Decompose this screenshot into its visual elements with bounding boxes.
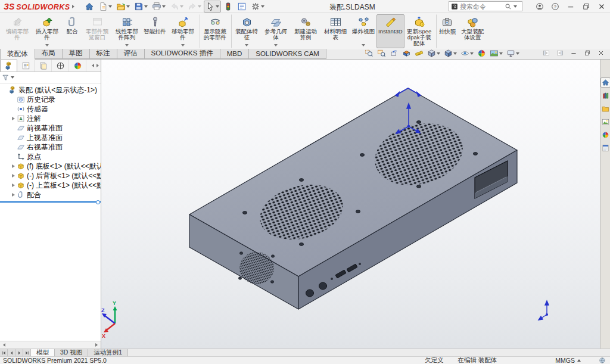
previous-view-button[interactable] [388, 48, 400, 58]
resources-home-button[interactable] [600, 77, 610, 88]
search-input[interactable] [460, 3, 503, 10]
panel-scroll-left-icon[interactable] [92, 64, 94, 67]
print-button[interactable] [150, 1, 167, 13]
save-button[interactable] [132, 1, 150, 13]
dropdown-caret[interactable] [45, 44, 49, 46]
displaymanager-tab[interactable] [69, 60, 86, 71]
globe-icon[interactable] [599, 357, 606, 364]
graphics-viewport[interactable]: Y Z X [101, 60, 600, 349]
zoom-to-area-button[interactable] [376, 48, 387, 58]
tree-history[interactable]: 历史记录 [0, 95, 101, 104]
move-component-button[interactable]: 移动零部件 [168, 14, 198, 48]
collapse-left-pane-button[interactable] [541, 48, 552, 58]
tree-front-plane[interactable]: 前视基准面 [0, 123, 101, 133]
dropdown-caret[interactable] [162, 5, 166, 8]
dropdown-caret[interactable] [499, 52, 503, 55]
view-orientation-button[interactable] [426, 48, 441, 58]
filter-dropdown-caret[interactable] [11, 76, 14, 79]
new-motion-study-button[interactable]: 新建运动算例 [291, 14, 320, 48]
take-snapshot-button[interactable]: 拍快照 [436, 14, 458, 48]
tree-scroll-right-button[interactable] [92, 341, 101, 349]
tree-top-plane[interactable]: 上视基准面 [0, 133, 101, 142]
tab-evaluate[interactable]: 评估 [117, 49, 145, 59]
tab-annotation[interactable]: 标注 [90, 49, 117, 59]
dropdown-caret[interactable] [125, 44, 129, 46]
featuremanager-tab[interactable] [0, 60, 17, 71]
tree-part-bottom-plate[interactable]: (f) 底板<1> (默认<<默认>_显示 [0, 161, 101, 171]
tree-right-plane[interactable]: 右视基准面 [0, 142, 101, 152]
smart-fasteners-button[interactable]: 智能扣件 [142, 14, 168, 48]
collapse-right-pane-button[interactable] [555, 48, 565, 58]
home-button[interactable] [83, 1, 96, 13]
mate-button[interactable]: 配合 [62, 14, 82, 48]
last-tab-button[interactable] [23, 349, 31, 356]
file-explorer-button[interactable] [600, 104, 610, 114]
update-speedpak-button[interactable]: 更新Speedpak子装配体 [404, 14, 434, 48]
tab-addins[interactable]: SOLIDWORKS 插件 [145, 49, 220, 59]
magnifier-icon[interactable] [505, 3, 512, 10]
dropdown-caret[interactable] [245, 44, 248, 46]
tree-part-back-plate[interactable]: (-) 后背板<1> (默认<<默认>_显 [0, 171, 101, 181]
expand-arrow-icon[interactable] [12, 183, 15, 187]
tree-scroll-left-button[interactable] [0, 341, 8, 349]
help-button[interactable]: ? [549, 1, 561, 12]
assembly-model[interactable] [189, 88, 517, 309]
menu-expand-arrow-icon[interactable] [72, 5, 74, 8]
dropdown-caret[interactable] [198, 5, 201, 8]
expand-arrow-icon[interactable] [12, 117, 15, 120]
component-preview-button[interactable]: 零部件预览窗口 [82, 14, 112, 48]
expand-arrow-icon[interactable] [12, 193, 15, 197]
custom-properties-button[interactable] [600, 143, 610, 153]
first-tab-button[interactable] [0, 349, 8, 356]
document-close-button[interactable] [596, 48, 606, 58]
redo-button[interactable] [186, 1, 203, 13]
measure-button[interactable] [413, 48, 425, 58]
tree-annotations[interactable]: A 注解 [0, 114, 101, 123]
linear-component-pattern-button[interactable]: 线性零部件阵列 [112, 14, 142, 48]
section-view-button[interactable] [401, 48, 412, 58]
exploded-view-button[interactable]: 爆炸视图 [350, 14, 376, 48]
insert-components-button[interactable]: 插入零部件 [32, 14, 62, 48]
view-settings-button[interactable] [505, 48, 521, 58]
search-dropdown-caret[interactable] [513, 5, 517, 8]
expand-arrow-icon[interactable] [12, 174, 15, 178]
panel-scroll-right-icon[interactable] [97, 64, 99, 67]
tab-sketch[interactable]: 草图 [63, 49, 90, 59]
tree-part-top-cover[interactable]: (-) 上盖板<1> (默认<<默认>_显 [0, 181, 101, 190]
undo-button[interactable] [168, 1, 185, 13]
motion-study-tab[interactable]: 运动算例1 [88, 349, 128, 356]
apply-scene-button[interactable] [488, 48, 504, 58]
tab-layout[interactable]: 布局 [35, 49, 63, 59]
rollback-bar[interactable] [0, 201, 101, 203]
document-minimize-button[interactable] [568, 48, 579, 58]
edit-appearance-button[interactable] [476, 48, 487, 58]
tab-assembly[interactable]: 装配体 [0, 49, 35, 60]
dimxpertmanager-tab[interactable] [52, 60, 69, 71]
tab-cam[interactable]: SOLIDWORKS CAM [249, 49, 326, 59]
view-palette-button[interactable] [600, 117, 610, 127]
dropdown-caret[interactable] [516, 52, 519, 55]
model-tab[interactable]: 模型 [31, 349, 55, 356]
open-document-button[interactable] [114, 1, 132, 13]
dropdown-caret[interactable] [216, 5, 219, 8]
assembly-features-button[interactable]: 装配体特征 [231, 14, 261, 48]
search-box[interactable] [449, 1, 522, 11]
tab-mbd[interactable]: MBD [220, 49, 250, 59]
appearances-scenes-button[interactable] [600, 130, 610, 140]
file-properties-button[interactable] [235, 1, 248, 13]
units-caret-icon[interactable] [577, 359, 581, 362]
dropdown-caret[interactable] [453, 52, 457, 55]
reference-geometry-button[interactable]: 参考几何体 [261, 14, 291, 48]
instant3d-button[interactable]: Instant3D [376, 14, 404, 48]
next-tab-button[interactable] [15, 349, 23, 356]
tree-horizontal-scrollbar[interactable] [0, 341, 101, 349]
close-button[interactable] [596, 1, 608, 12]
dropdown-caret[interactable] [181, 44, 185, 46]
viewport-canvas[interactable]: Y Z X [101, 60, 600, 349]
dropdown-caret[interactable] [437, 52, 440, 55]
expand-arrow-icon[interactable] [12, 164, 15, 168]
edit-component-button[interactable]: 编辑零部件 [2, 14, 32, 48]
rebuild-button[interactable] [222, 1, 235, 13]
display-style-button[interactable] [443, 48, 458, 58]
account-button[interactable] [534, 1, 546, 12]
